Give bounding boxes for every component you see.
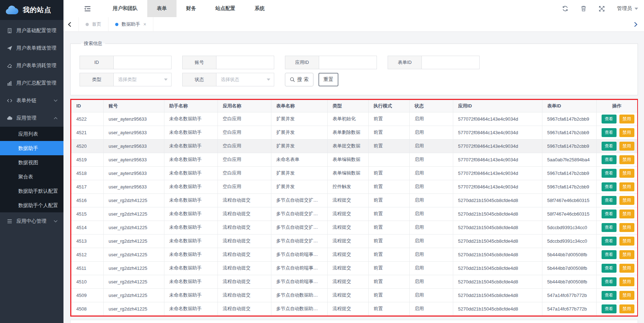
table-row: 4519user_aytenz95633未命名数据助手空白应用未命名表单表单编辑… bbox=[71, 153, 637, 166]
nav-tab-finance[interactable]: 财务 bbox=[177, 0, 206, 17]
disable-button[interactable]: 禁用 bbox=[619, 223, 634, 232]
submenu-item-assistant-personal-config[interactable]: 数据助手个人配置 bbox=[0, 198, 63, 212]
chevron-down-icon bbox=[164, 79, 168, 81]
view-button[interactable]: 查看 bbox=[602, 169, 617, 178]
sidebar-collapse-icon[interactable] bbox=[84, 6, 91, 12]
top-header: 用户和团队表单财务站点配置系统 bbox=[63, 0, 644, 17]
sidebar-item-user-summary-config[interactable]: 用户汇总配置管理 bbox=[0, 74, 63, 92]
cell-account: user_aytenz95633 bbox=[103, 126, 164, 139]
sidebar-item-app-center-management[interactable]: 应用中心管理 bbox=[0, 212, 63, 230]
sidebar-menu: 用户基础配置管理用户表单赠送管理用户表单消耗管理用户汇总配置管理表单外链应用管理… bbox=[0, 20, 63, 230]
cell-app-id: 5270dd21b15045cb8cfde4d8 bbox=[453, 302, 542, 316]
column-header: 助手名称 bbox=[164, 100, 218, 112]
page-tab-data-assistant[interactable]: 数据助手× bbox=[108, 17, 153, 32]
cell-exec-mode: 前置 bbox=[368, 193, 409, 207]
tab-dot bbox=[86, 23, 89, 26]
disable-button[interactable]: 禁用 bbox=[619, 155, 634, 164]
cell-form-id: 547a14fc677b772b bbox=[542, 302, 596, 316]
disable-button[interactable]: 禁用 bbox=[619, 237, 634, 246]
cell-form-name: 扩展并发 bbox=[271, 180, 327, 193]
cell-app-name: 流程自动提交 bbox=[218, 275, 271, 288]
reset-button[interactable]: 重置 bbox=[318, 73, 338, 86]
search-icon bbox=[290, 77, 295, 82]
user-menu[interactable]: 管理员 bbox=[617, 5, 638, 12]
disable-button[interactable]: 禁用 bbox=[619, 250, 634, 259]
view-button[interactable]: 查看 bbox=[602, 223, 617, 232]
cell-actions: 查看禁用 bbox=[596, 234, 637, 248]
view-button[interactable]: 查看 bbox=[602, 264, 617, 273]
fullscreen-icon[interactable] bbox=[599, 6, 605, 12]
cell-form-name: 扩展并发 bbox=[271, 112, 327, 126]
submenu-item-assistant-default-config[interactable]: 数据助手默认配置 bbox=[0, 184, 63, 198]
submenu-item-app-list[interactable]: 应用列表 bbox=[0, 127, 63, 141]
submenu-item-data-assistant[interactable]: 数据助手 bbox=[0, 141, 63, 155]
cell-account: user_rg2dzh41225 bbox=[103, 261, 164, 275]
trash-icon[interactable] bbox=[581, 5, 587, 12]
view-button[interactable]: 查看 bbox=[602, 304, 617, 313]
cell-id: 4510 bbox=[71, 275, 103, 288]
cell-exec-mode: 前置 bbox=[368, 248, 409, 261]
submenu-item-data-view[interactable]: 数据视图 bbox=[0, 155, 63, 170]
type-select[interactable]: 选择类型 bbox=[113, 73, 172, 86]
cell-status: 启用 bbox=[409, 261, 453, 275]
nav-tab-system[interactable]: 系统 bbox=[245, 0, 274, 17]
cell-form-name: 扩展并发 bbox=[271, 139, 327, 153]
disable-button[interactable]: 禁用 bbox=[619, 277, 634, 286]
view-button[interactable]: 查看 bbox=[602, 277, 617, 286]
sidebar-item-user-form-consume[interactable]: 用户表单消耗管理 bbox=[0, 57, 63, 74]
cell-app-name: 流程自动提交 bbox=[218, 207, 271, 221]
user-menu-label: 管理员 bbox=[617, 5, 632, 12]
disable-button[interactable]: 禁用 bbox=[619, 115, 634, 123]
view-button[interactable]: 查看 bbox=[602, 210, 617, 218]
account-input[interactable] bbox=[216, 56, 274, 69]
disable-button[interactable]: 禁用 bbox=[619, 128, 634, 137]
link-icon bbox=[7, 98, 12, 104]
cell-assistant-name: 未命名数据助手 bbox=[164, 302, 218, 316]
view-button[interactable]: 查看 bbox=[602, 115, 617, 123]
table-row: 4509user_rg2dzh41225未命名数据助手流程自动提交多节点自动数据… bbox=[71, 288, 637, 302]
search-button[interactable]: 搜 索 bbox=[285, 73, 313, 86]
cell-form-name: 未命名表单 bbox=[271, 153, 327, 166]
close-icon[interactable]: × bbox=[143, 21, 146, 27]
cloud-icon bbox=[7, 115, 12, 121]
cell-exec-mode: 前置 bbox=[368, 207, 409, 221]
disable-button[interactable]: 禁用 bbox=[619, 142, 634, 151]
sidebar-item-user-base-config[interactable]: 用户基础配置管理 bbox=[0, 22, 63, 39]
disable-button[interactable]: 禁用 bbox=[619, 264, 634, 273]
sidebar-item-user-form-gift[interactable]: 用户表单赠送管理 bbox=[0, 39, 63, 57]
submenu-item-aggregate-table[interactable]: 聚合表 bbox=[0, 170, 63, 184]
form-id-input[interactable] bbox=[421, 56, 480, 69]
page-tab-home[interactable]: 首页 bbox=[78, 17, 108, 32]
tabs-scroll-left-icon[interactable] bbox=[63, 22, 76, 27]
tabs-scroll-right-icon[interactable] bbox=[630, 22, 642, 27]
disable-button[interactable]: 禁用 bbox=[619, 304, 634, 313]
cell-assistant-name: 未命名数据助手 bbox=[164, 126, 218, 139]
nav-tab-users-teams[interactable]: 用户和团队 bbox=[103, 0, 147, 17]
refresh-icon[interactable] bbox=[562, 5, 568, 12]
view-button[interactable]: 查看 bbox=[602, 182, 617, 191]
disable-button[interactable]: 禁用 bbox=[619, 291, 634, 300]
status-select[interactable]: 选择状态 bbox=[216, 73, 274, 86]
column-header: 应用名称 bbox=[218, 100, 271, 112]
view-button[interactable]: 查看 bbox=[602, 196, 617, 205]
disable-button[interactable]: 禁用 bbox=[619, 210, 634, 218]
view-button[interactable]: 查看 bbox=[602, 237, 617, 246]
id-input[interactable] bbox=[113, 56, 172, 69]
page-tabs-bar: 首页数据助手× bbox=[63, 17, 644, 32]
app-id-input[interactable] bbox=[319, 56, 377, 69]
disable-button[interactable]: 禁用 bbox=[619, 169, 634, 178]
cell-app-id: 5270dd21b15045cb8cfde4d8 bbox=[453, 275, 542, 288]
cell-form-id: 5aa0ab7fe25894ba4 bbox=[542, 153, 596, 166]
view-button[interactable]: 查看 bbox=[602, 142, 617, 151]
disable-button[interactable]: 禁用 bbox=[619, 196, 634, 205]
cell-form-id: 5967cfa6147b2cbb9 bbox=[542, 126, 596, 139]
sidebar-item-form-external-link[interactable]: 表单外链 bbox=[0, 92, 63, 109]
view-button[interactable]: 查看 bbox=[602, 250, 617, 259]
view-button[interactable]: 查看 bbox=[602, 155, 617, 164]
disable-button[interactable]: 禁用 bbox=[619, 182, 634, 191]
nav-tab-site-config[interactable]: 站点配置 bbox=[206, 0, 245, 17]
view-button[interactable]: 查看 bbox=[602, 291, 617, 300]
sidebar-item-app-management[interactable]: 应用管理 bbox=[0, 109, 63, 127]
nav-tab-forms[interactable]: 表单 bbox=[147, 0, 177, 17]
view-button[interactable]: 查看 bbox=[602, 128, 617, 137]
